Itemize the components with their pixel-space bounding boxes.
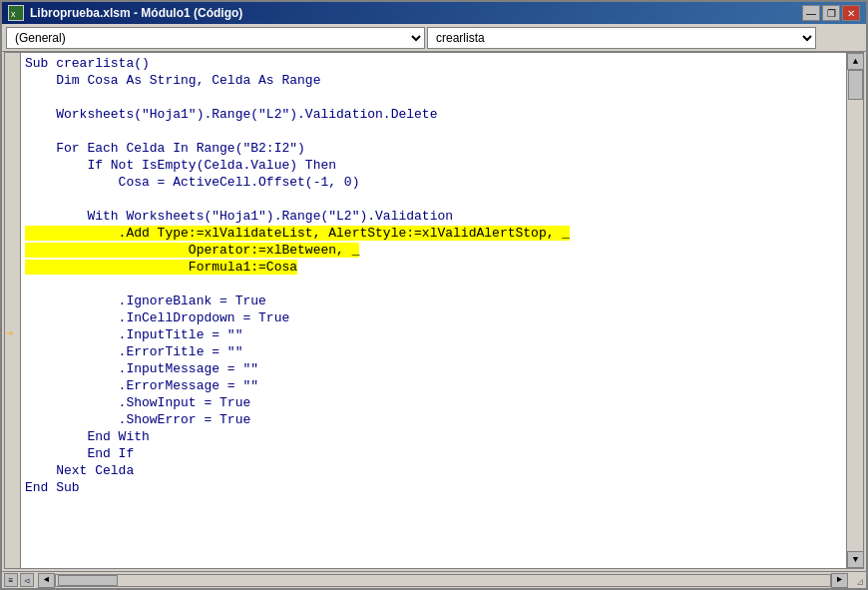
code-line: .ErrorMessage = "" bbox=[25, 377, 842, 394]
horizontal-scrollbar: ◄ ► bbox=[38, 573, 848, 588]
toolbar: (General) crearlista bbox=[2, 24, 866, 52]
title-bar: x Libroprueba.xlsm - Módulo1 (Código) — … bbox=[2, 2, 866, 24]
scroll-left-button[interactable]: ◄ bbox=[38, 573, 55, 588]
procedure-dropdown[interactable]: crearlista bbox=[427, 27, 816, 49]
scroll-up-button[interactable]: ▲ bbox=[847, 53, 864, 70]
code-editor[interactable]: Sub crearlista() Dim Cosa As String, Cel… bbox=[21, 53, 846, 568]
code-line: Operator:=xlBetween, _ bbox=[25, 242, 842, 259]
general-dropdown[interactable]: (General) bbox=[6, 27, 425, 49]
restore-button[interactable]: ❐ bbox=[822, 5, 840, 21]
hscroll-track[interactable] bbox=[55, 574, 831, 587]
code-line bbox=[25, 123, 842, 140]
status-icons: ≡ ◁ bbox=[4, 573, 34, 587]
line-indicator-area: ⇒ bbox=[5, 53, 21, 568]
icon-box-1[interactable]: ≡ bbox=[4, 573, 18, 587]
code-line: For Each Celda In Range("B2:I2") bbox=[25, 140, 842, 157]
vertical-scrollbar: ▲ ▼ bbox=[846, 53, 863, 568]
close-button[interactable]: ✕ bbox=[842, 5, 860, 21]
code-line: End If bbox=[25, 445, 842, 462]
execution-arrow: ⇒ bbox=[6, 325, 13, 340]
code-line: .Add Type:=xlValidateList, AlertStyle:=x… bbox=[25, 225, 842, 242]
bottom-bar: ≡ ◁ ◄ ► ⊿ bbox=[2, 571, 866, 588]
resize-grip: ⊿ bbox=[848, 572, 864, 588]
code-line: .IgnoreBlank = True bbox=[25, 293, 842, 309]
code-line: Formula1:=Cosa bbox=[25, 259, 842, 276]
code-line: .InCellDropdown = True bbox=[25, 309, 842, 326]
scroll-track[interactable] bbox=[847, 70, 863, 551]
code-line: Sub crearlista() bbox=[25, 55, 842, 72]
code-line: Cosa = ActiveCell.Offset(-1, 0) bbox=[25, 174, 842, 191]
editor-area: ⇒ Sub crearlista() Dim Cosa As String, C… bbox=[4, 52, 864, 569]
code-line: .InputMessage = "" bbox=[25, 360, 842, 377]
minimize-button[interactable]: — bbox=[802, 5, 820, 21]
svg-text:x: x bbox=[11, 9, 16, 19]
code-line bbox=[25, 89, 842, 106]
code-line: .InputTitle = "" bbox=[25, 326, 842, 343]
code-line: Dim Cosa As String, Celda As Range bbox=[25, 72, 842, 89]
code-line bbox=[25, 191, 842, 208]
code-line bbox=[25, 530, 842, 547]
title-bar-left: x Libroprueba.xlsm - Módulo1 (Código) bbox=[8, 5, 242, 21]
vba-editor-window: x Libroprueba.xlsm - Módulo1 (Código) — … bbox=[0, 0, 868, 590]
window-controls: — ❐ ✕ bbox=[802, 5, 860, 21]
code-line bbox=[25, 496, 842, 513]
code-line: .ShowError = True bbox=[25, 411, 842, 428]
code-line: With Worksheets("Hoja1").Range("L2").Val… bbox=[25, 208, 842, 225]
hscroll-thumb[interactable] bbox=[58, 575, 118, 586]
code-line: Worksheets("Hoja1").Range("L2").Validati… bbox=[25, 106, 842, 123]
code-line: End Sub bbox=[25, 479, 842, 496]
code-line bbox=[25, 276, 842, 293]
code-line: If Not IsEmpty(Celda.Value) Then bbox=[25, 157, 842, 174]
code-line: Next Celda bbox=[25, 462, 842, 479]
icon-box-2[interactable]: ◁ bbox=[20, 573, 34, 587]
scroll-right-button[interactable]: ► bbox=[831, 573, 848, 588]
scroll-thumb[interactable] bbox=[848, 70, 863, 100]
app-icon: x bbox=[8, 5, 24, 21]
scroll-down-button[interactable]: ▼ bbox=[847, 551, 864, 568]
code-line bbox=[25, 547, 842, 564]
code-line bbox=[25, 513, 842, 530]
code-line: End With bbox=[25, 428, 842, 445]
code-line: .ShowInput = True bbox=[25, 394, 842, 411]
window-title: Libroprueba.xlsm - Módulo1 (Código) bbox=[30, 6, 242, 20]
code-line: .ErrorTitle = "" bbox=[25, 343, 842, 360]
